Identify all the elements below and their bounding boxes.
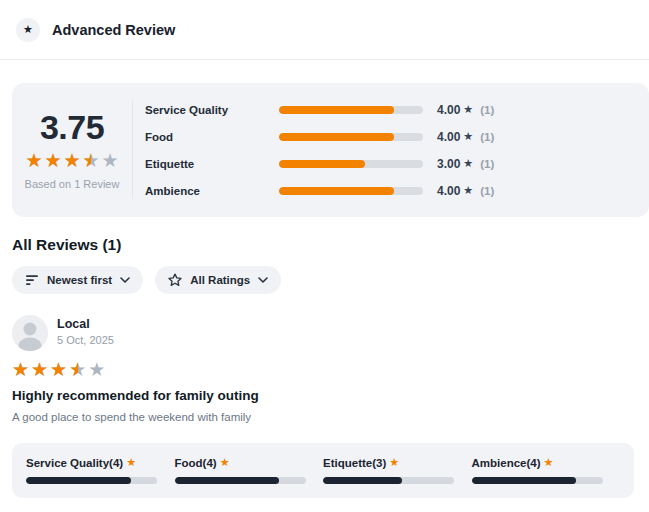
chip-count: (4) [526,457,540,469]
rating-bar [279,187,423,195]
overall-rating-block: 3.75 ★★★★★★★★★★ Based on 1 Review [12,110,132,190]
star-icon: ★ [463,103,473,116]
category-chip: Ambience(4)★ [472,456,621,484]
category-label: Service Quality [145,104,279,116]
chip-rating-bar-fill [472,477,577,484]
star-badge-icon: ★ [16,18,40,42]
star-icon: ★ [126,456,136,469]
average-rating-value: 3.75 [40,110,104,144]
star-icon: ★★ [12,360,29,379]
category-chip: Food(4)★ [175,456,324,484]
category-row: Ambience 4.00 ★ (1) [145,177,649,204]
star-icon: ★★ [83,151,100,170]
star-icon: ★ [544,456,554,469]
rating-bar-fill [279,106,394,114]
sort-icon [25,274,39,286]
star-icon: ★★ [25,151,42,170]
category-label: Etiquette [145,158,279,170]
chip-rating-bar [323,477,454,484]
page-title: Advanced Review [52,22,175,38]
ratings-filter-label: All Ratings [190,274,250,286]
chip-rating-bar-fill [323,477,402,484]
rating-count: (1) [480,131,494,143]
rating-bar-fill [279,133,394,141]
rating-count: (1) [480,104,494,116]
star-icon: ★★ [44,151,61,170]
all-reviews-heading: All Reviews (1) [12,236,649,254]
rating-bar [279,160,423,168]
chip-rating-bar [472,477,603,484]
star-icon: ★ [463,184,473,197]
chip-rating-bar [26,477,157,484]
review-category-chips: Service Quality(4)★ Food(4)★ Etiquette(3… [12,443,634,498]
chip-head: Etiquette(3)★ [323,456,472,469]
avatar [12,315,48,351]
star-icon: ★★ [63,151,80,170]
review-filters: Newest first All Ratings [12,266,649,294]
star-icon: ★ [463,130,473,143]
ratings-filter-dropdown[interactable]: All Ratings [155,266,281,294]
category-value: 4.00 ★ (1) [437,130,494,144]
rating-summary-card: 3.75 ★★★★★★★★★★ Based on 1 Review Servic… [12,83,649,217]
rating-bar-fill [279,187,394,195]
rating-number: 4.00 [437,130,460,144]
review-star-rating: ★★★★★★★★★★ [12,360,649,379]
rating-number: 4.00 [437,103,460,117]
category-label: Ambience [145,185,279,197]
star-icon: ★★ [88,360,105,379]
star-icon: ★ [389,456,399,469]
chip-label: Food [175,457,203,469]
chip-head: Ambience(4)★ [472,456,621,469]
category-value: 4.00 ★ (1) [437,103,494,117]
chip-rating-bar-fill [26,477,131,484]
chip-label: Ambience [472,457,527,469]
sort-dropdown-label: Newest first [47,274,112,286]
average-star-rating: ★★★★★★★★★★ [25,151,118,170]
chip-label: Etiquette [323,457,372,469]
rating-number: 3.00 [437,157,460,171]
star-icon: ★★ [31,360,48,379]
star-icon: ★★ [69,360,86,379]
star-icon: ★ [220,456,230,469]
widget-header: ★ Advanced Review [0,0,649,60]
category-label: Food [145,131,279,143]
review-body: A good place to spend the weekend with f… [12,411,649,423]
based-on-label: Based on 1 Review [25,178,120,190]
sort-dropdown[interactable]: Newest first [12,266,143,294]
review-author-block: Local 5 Oct, 2025 [12,315,649,351]
category-row: Food 4.00 ★ (1) [145,123,649,150]
chevron-down-icon [120,277,130,283]
chip-head: Food(4)★ [175,456,324,469]
category-row: Service Quality 4.00 ★ (1) [145,96,649,123]
star-icon: ★ [463,157,473,170]
rating-bar-fill [279,160,365,168]
category-value: 3.00 ★ (1) [437,157,494,171]
star-icon: ★★ [50,360,67,379]
category-chip: Service Quality(4)★ [26,456,175,484]
rating-bar [279,133,423,141]
rating-count: (1) [480,158,494,170]
rating-number: 4.00 [437,184,460,198]
review-author-name: Local [57,317,114,331]
review-title: Highly recommended for family outing [12,388,649,403]
chip-count: (3) [372,457,386,469]
star-outline-icon [168,273,182,287]
star-icon: ★★ [102,151,119,170]
rating-bar [279,106,423,114]
chip-count: (4) [109,457,123,469]
rating-count: (1) [480,185,494,197]
chip-count: (4) [203,457,217,469]
category-ratings-list: Service Quality 4.00 ★ (1) Food 4.00 ★ (… [133,96,649,204]
chip-label: Service Quality [26,457,109,469]
category-chip: Etiquette(3)★ [323,456,472,484]
chip-rating-bar [175,477,306,484]
review-date: 5 Oct, 2025 [57,334,114,346]
category-row: Etiquette 3.00 ★ (1) [145,150,649,177]
chip-rating-bar-fill [175,477,280,484]
chip-head: Service Quality(4)★ [26,456,175,469]
author-meta: Local 5 Oct, 2025 [57,315,114,351]
category-value: 4.00 ★ (1) [437,184,494,198]
chevron-down-icon [258,277,268,283]
